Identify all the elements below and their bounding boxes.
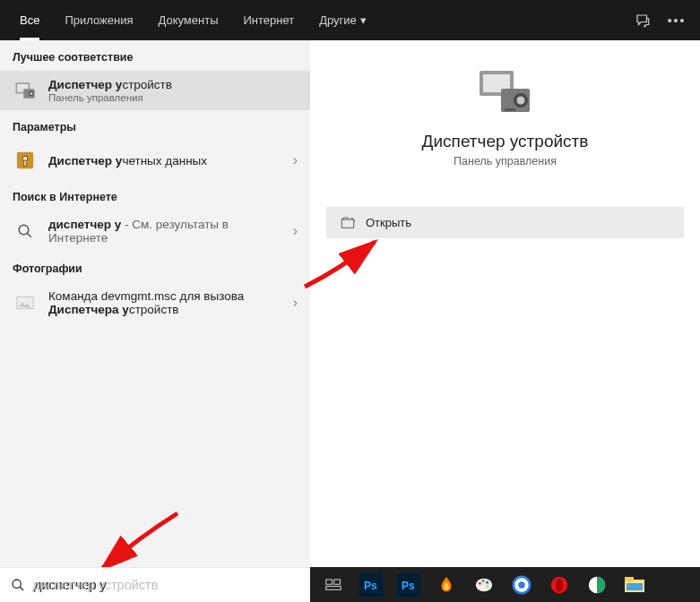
action-label: Открыть [366,216,411,229]
svg-point-30 [482,579,485,581]
result-title: диспетчер у - См. результаты в Интернете [48,218,288,245]
result-credential-manager[interactable]: Диспетчер учетных данных › [0,141,310,180]
device-manager-icon [13,78,38,103]
svg-point-19 [13,580,21,588]
explorer-icon[interactable] [617,567,652,602]
svg-point-32 [486,585,488,588]
opera-icon[interactable] [541,567,577,602]
search-input[interactable] [34,578,299,592]
photoshop-icon[interactable]: Ps [353,567,389,602]
section-settings: Параметры [0,110,310,141]
svg-text:Ps: Ps [364,580,377,592]
svg-text:Ps: Ps [402,580,415,592]
header-right: ••• [634,12,693,30]
tab-label: Все [20,13,39,27]
result-title: Диспетчер устройств [48,78,298,91]
section-web: Поиск в Интернете [0,180,310,211]
section-best-match: Лучшее соответствие [0,40,310,71]
svg-rect-17 [341,219,353,228]
svg-rect-16 [505,108,515,111]
svg-line-9 [27,233,31,237]
chevron-right-icon: › [293,152,298,168]
tab-label: Приложения [65,13,133,27]
image-icon [13,290,38,315]
svg-rect-41 [627,583,643,590]
svg-rect-21 [326,580,333,584]
preview-subtitle: Панель управления [454,155,557,168]
task-view-icon[interactable] [315,567,351,602]
photoshop-cc-icon[interactable]: Ps [391,567,427,602]
svg-rect-22 [334,580,341,584]
feedback-icon[interactable] [634,12,652,30]
search-icon [11,578,25,592]
preview-title: Диспетчер устройств [422,132,589,151]
svg-point-37 [556,578,563,591]
tab-web[interactable]: Интернет [230,0,307,40]
burner-icon[interactable] [428,567,464,602]
svg-point-29 [479,581,481,584]
tab-apps[interactable]: Приложения [52,0,145,40]
result-body: диспетчер у - См. результаты в Интернете [48,218,288,245]
chevron-right-icon: › [293,295,298,311]
left-panel: Лучшее соответствие Диспетчер устройств … [0,40,310,567]
browser-icon[interactable] [504,567,540,602]
paint-icon[interactable] [466,567,502,602]
tab-label: Интернет [243,13,294,27]
device-manager-large-icon [474,65,537,119]
search-bar[interactable]: диспетчер устройств [0,567,310,602]
result-web-search[interactable]: диспетчер у - См. результаты в Интернете… [0,211,310,252]
tab-label: Документы [158,13,218,27]
browser2-icon[interactable] [579,567,615,602]
credential-icon [13,148,38,173]
result-title: Команда devmgmt.msc для вызова Диспетчер… [48,289,288,316]
result-body: Диспетчер устройств Панель управления [48,78,298,103]
chevron-down-icon: ▾ [360,13,367,27]
chevron-right-icon: › [293,223,298,239]
result-body: Команда devmgmt.msc для вызова Диспетчер… [48,289,288,316]
search-icon [13,219,38,244]
header: Все Приложения Документы Интернет Другие… [0,0,700,40]
svg-rect-23 [326,586,341,589]
result-body: Диспетчер учетных данных [48,154,288,168]
open-action[interactable]: Открыть [326,207,684,238]
svg-point-8 [19,225,29,235]
open-icon [341,217,355,229]
taskbar: Ps Ps [310,567,700,602]
result-subtitle: Панель управления [48,92,298,103]
main: Лучшее соответствие Диспетчер устройств … [0,40,700,567]
svg-line-20 [20,587,23,590]
tab-more[interactable]: Другие▾ [307,0,379,40]
svg-point-4 [30,92,32,95]
preview: Диспетчер устройств Панель управления От… [326,56,684,238]
more-icon[interactable]: ••• [668,12,686,30]
svg-rect-7 [24,160,27,166]
svg-point-15 [516,97,524,105]
result-device-manager[interactable]: Диспетчер устройств Панель управления [0,71,310,110]
svg-point-31 [486,580,488,583]
preview-panel: Диспетчер устройств Панель управления От… [310,40,700,567]
tabs: Все Приложения Документы Интернет Другие… [7,0,379,40]
svg-rect-40 [625,577,634,581]
section-photos: Фотографии [0,252,310,282]
tab-all[interactable]: Все [7,0,52,40]
result-photo[interactable]: Команда devmgmt.msc для вызова Диспетчер… [0,282,310,323]
result-title: Диспетчер учетных данных [48,154,288,168]
svg-point-35 [518,581,524,588]
tab-docs[interactable]: Документы [145,0,230,40]
tab-label: Другие [319,13,357,27]
